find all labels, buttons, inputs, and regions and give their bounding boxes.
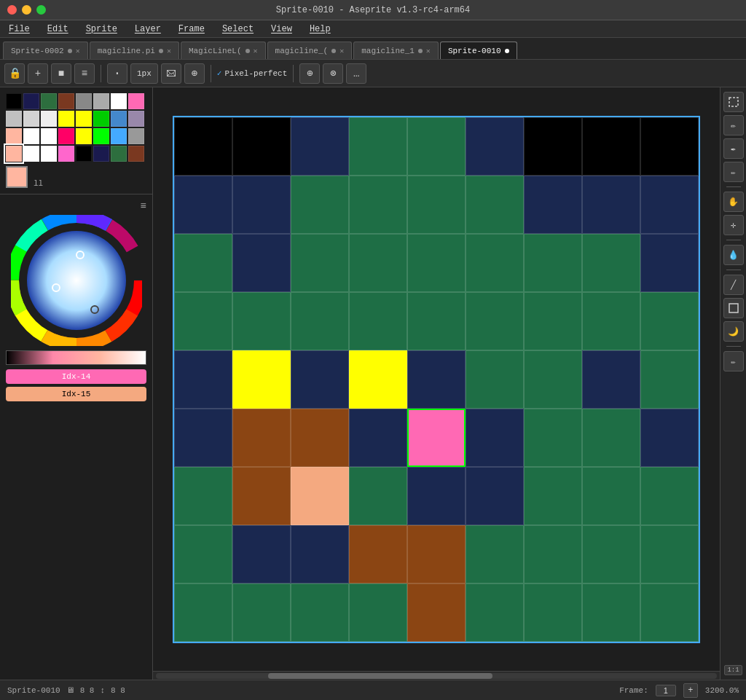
pixel-cell-2-3[interactable] (349, 234, 407, 292)
palette-cell[interactable] (58, 93, 74, 109)
pixel-cell-3-1[interactable] (232, 292, 291, 350)
menu-select[interactable]: Select (219, 23, 256, 36)
pixel-cell-5-2[interactable] (291, 409, 349, 467)
pixel-cell-2-6[interactable] (524, 234, 582, 292)
pixel-cell-0-6[interactable] (524, 117, 582, 176)
tab-magicline-1[interactable]: magicline_1 ✕ (353, 42, 439, 59)
rect-button[interactable] (723, 298, 744, 318)
pixel-cell-4-4[interactable] (407, 350, 466, 409)
pixel-cell-2-0[interactable] (174, 234, 232, 292)
palette-cell[interactable] (58, 146, 74, 162)
smudge-button[interactable]: ✏ (723, 351, 744, 371)
pixel-cell-0-8[interactable] (640, 117, 699, 176)
pixel-cell-5-8[interactable] (640, 409, 699, 467)
palette-cell[interactable] (111, 146, 127, 162)
tab-close-icon[interactable]: ✕ (167, 47, 171, 55)
pixel-cell-3-5[interactable] (466, 292, 524, 350)
hand-button[interactable]: ✋ (723, 192, 744, 212)
pixel-cell-6-4[interactable] (407, 467, 466, 525)
pixel-cell-4-5[interactable] (466, 350, 524, 409)
pixel-cell-3-3[interactable] (349, 292, 407, 350)
pixel-cell-2-4[interactable] (407, 234, 466, 292)
selection-tool-button[interactable] (723, 92, 744, 112)
pixel-perfect-toggle[interactable]: ✓ Pixel-perfect (217, 68, 287, 78)
pixel-cell-5-5[interactable] (466, 409, 524, 467)
palette-cell-selected[interactable] (6, 146, 22, 162)
pixel-cell-5-6[interactable] (524, 409, 582, 467)
pixel-cell-2-2[interactable] (291, 234, 349, 292)
palette-cell[interactable] (6, 93, 22, 109)
pixel-cell-5-3[interactable] (349, 409, 407, 467)
tab-close-icon[interactable]: ✕ (76, 47, 80, 55)
foreground-color[interactable] (6, 166, 28, 188)
pixel-cell-6-0[interactable] (174, 467, 232, 525)
palette-cell[interactable] (76, 111, 92, 127)
pixel-cell-2-8[interactable] (640, 234, 699, 292)
pixel-cell-7-0[interactable] (174, 525, 232, 583)
pixel-cell-1-2[interactable] (291, 176, 349, 234)
pixel-cell-1-6[interactable] (524, 176, 582, 234)
pixel-cell-0-7[interactable] (582, 117, 640, 176)
pixel-cell-4-8[interactable] (640, 350, 699, 409)
palette-cell[interactable] (58, 111, 74, 127)
palette-cell[interactable] (76, 93, 92, 109)
palette-cell[interactable] (23, 93, 39, 109)
palette-cell[interactable] (128, 146, 144, 162)
idx-15-label[interactable]: Idx-15 (6, 387, 146, 401)
pixel-cell-6-6[interactable] (524, 467, 582, 525)
pixel-cell-1-7[interactable] (582, 176, 640, 234)
palette-cell[interactable] (111, 111, 127, 127)
pixel-cell-0-1[interactable] (232, 117, 291, 176)
pixel-cell-7-2[interactable] (291, 525, 349, 583)
pixel-cell-0-2[interactable] (291, 117, 349, 176)
menu-view[interactable]: View (268, 23, 295, 36)
color-wheel-container[interactable] (11, 215, 142, 346)
pixel-cell-7-1[interactable] (232, 525, 291, 583)
idx-14-label[interactable]: Idx-14 (6, 369, 146, 384)
layer-type-button[interactable]: ■ (51, 63, 71, 84)
close-button[interactable] (7, 5, 17, 15)
pixel-cell-6-1[interactable] (232, 467, 291, 525)
pixel-cell-3-8[interactable] (640, 292, 699, 350)
palette-cell[interactable] (41, 93, 57, 109)
pixel-cell-8-8[interactable] (640, 583, 699, 642)
pixel-cell-7-4[interactable] (407, 525, 466, 583)
minimize-button[interactable] (22, 5, 31, 15)
palette-cell[interactable] (111, 128, 127, 144)
pixel-cell-1-0[interactable] (174, 176, 232, 234)
fill-button[interactable]: 🌙 (723, 321, 744, 342)
move-button[interactable]: ✛ (723, 215, 744, 235)
pixel-cell-4-3[interactable] (349, 350, 407, 409)
line-button[interactable]: ╱ (723, 275, 744, 295)
palette-cell[interactable] (93, 93, 109, 109)
pixel-cell-8-5[interactable] (466, 583, 524, 642)
symmetry-button[interactable]: ⊕ (299, 63, 320, 84)
menu-help[interactable]: Help (307, 23, 334, 36)
pixel-cell-3-7[interactable] (582, 292, 640, 350)
pixel-cell-8-4[interactable] (407, 583, 466, 642)
pixel-cell-8-7[interactable] (582, 583, 640, 642)
palette-cell[interactable] (128, 111, 144, 127)
tab-sprite-0002[interactable]: Sprite-0002 ✕ (3, 42, 88, 59)
palette-cell[interactable] (76, 146, 92, 162)
magnify-button[interactable]: ⊕ (184, 63, 205, 84)
pixel-cell-7-3[interactable] (349, 525, 407, 583)
pixel-cell-4-6[interactable] (524, 350, 582, 409)
pixel-cell-1-4[interactable] (407, 176, 466, 234)
pixel-cell-0-5[interactable] (466, 117, 524, 176)
pixel-cell-2-5[interactable] (466, 234, 524, 292)
palette-cell[interactable] (111, 93, 127, 109)
pixel-cell-7-5[interactable] (466, 525, 524, 583)
pixel-cell-4-1[interactable] (232, 350, 291, 409)
pixel-cell-0-4[interactable] (407, 117, 466, 176)
palette-cell[interactable] (23, 146, 39, 162)
tab-magicline-pi[interactable]: magicline.pi ✕ (90, 42, 179, 59)
dot-button[interactable]: · (107, 63, 127, 84)
horizontal-scrollbar[interactable] (153, 671, 720, 680)
add-layer-button[interactable]: + (28, 63, 48, 84)
menu-sprite[interactable]: Sprite (83, 23, 120, 36)
pixel-cell-7-8[interactable] (640, 525, 699, 583)
palette-cell[interactable] (23, 111, 39, 127)
layer-menu-button[interactable]: ≡ (74, 63, 95, 84)
pixel-cell-3-6[interactable] (524, 292, 582, 350)
